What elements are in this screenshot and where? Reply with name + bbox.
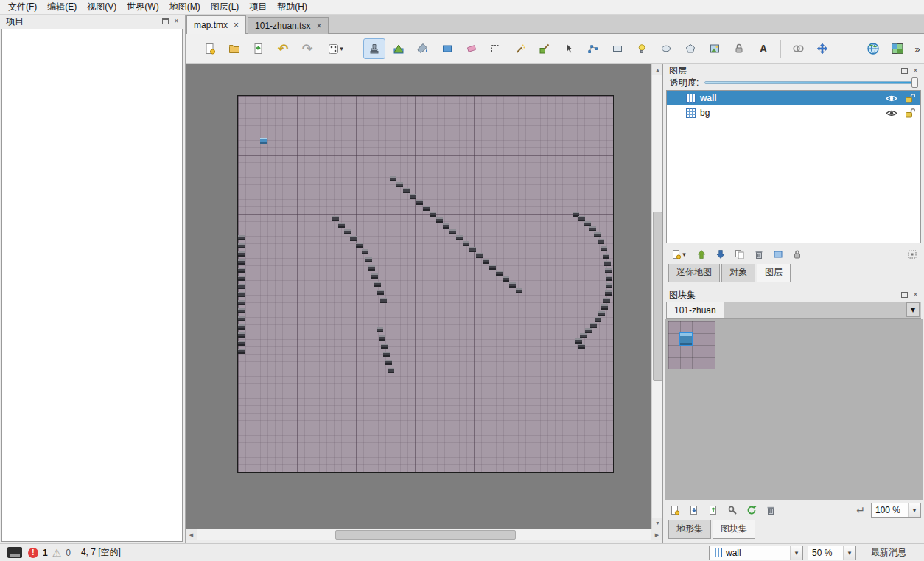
undo-button[interactable]: ↶: [272, 38, 294, 59]
new-tileset-button[interactable]: [666, 502, 684, 518]
news-button[interactable]: 最新消息: [871, 546, 906, 559]
reload-tileset-button[interactable]: [743, 502, 760, 518]
close-panel-icon[interactable]: ×: [910, 66, 921, 76]
vertical-scrollbar[interactable]: ▲ ▼: [651, 64, 662, 529]
tab-map-tmx[interactable]: map.tmx ×: [186, 15, 246, 34]
layer-row-bg[interactable]: bg: [667, 105, 920, 120]
lock-other-layers-button[interactable]: [788, 246, 806, 262]
insert-polygon-button[interactable]: [679, 38, 701, 59]
map-zoom-combobox[interactable]: 50 % ▾: [808, 546, 856, 560]
scroll-left-button[interactable]: ◀: [186, 529, 197, 540]
dock-tab-tilesets[interactable]: 图块集: [713, 520, 755, 539]
horizontal-scrollbar[interactable]: ◀ ▶: [186, 529, 662, 540]
menu-map[interactable]: 地图(M): [164, 0, 206, 14]
highlight-layer-button[interactable]: [769, 246, 787, 262]
insert-text-button[interactable]: A: [752, 38, 774, 59]
menu-world[interactable]: 世界(W): [122, 0, 164, 14]
current-tileset-combobox[interactable]: wall ▾: [709, 546, 803, 560]
eraser-button[interactable]: [461, 38, 483, 59]
stamp-brush-button[interactable]: [363, 38, 385, 59]
edit-polygons-button[interactable]: [582, 38, 604, 59]
tileset-tab-101-zhuan[interactable]: 101-zhuan: [666, 302, 724, 318]
map-canvas[interactable]: [186, 64, 651, 529]
warning-icon[interactable]: ⚠: [52, 547, 62, 559]
float-panel-icon[interactable]: [160, 16, 171, 27]
insert-tile-button[interactable]: [704, 38, 726, 59]
scroll-up-button[interactable]: ▲: [652, 64, 663, 75]
move-tool-button[interactable]: [811, 38, 833, 59]
insert-point-button[interactable]: [631, 38, 653, 59]
redo-button[interactable]: ↷: [296, 38, 318, 59]
new-layer-button[interactable]: ▾: [666, 246, 691, 262]
dock-tab-layers[interactable]: 图层: [757, 264, 791, 282]
duplicate-layer-button[interactable]: [731, 246, 749, 262]
rect-select-button[interactable]: [485, 38, 507, 59]
menu-file[interactable]: 文件(F): [3, 0, 42, 14]
world-tool-button[interactable]: [862, 38, 884, 59]
magic-wand-button[interactable]: [509, 38, 531, 59]
layer-visibility-toggle[interactable]: [885, 94, 898, 102]
save-file-button[interactable]: [248, 38, 270, 59]
tileset-selected-tile[interactable]: [680, 333, 692, 345]
console-toggle-button[interactable]: [6, 547, 24, 558]
vertical-scroll-thumb[interactable]: [653, 212, 662, 381]
menu-project[interactable]: 项目: [244, 0, 272, 14]
menu-layer[interactable]: 图层(L): [206, 0, 245, 14]
open-file-button[interactable]: [223, 38, 245, 59]
float-panel-icon[interactable]: [899, 66, 910, 76]
menu-help[interactable]: 帮助(H): [272, 0, 312, 14]
tab-101-zhuan-tsx[interactable]: 101-zhuan.tsx ×: [248, 17, 329, 34]
terrain-brush-button[interactable]: [388, 38, 410, 59]
insert-template-button[interactable]: [728, 38, 750, 59]
random-mode-button[interactable]: ▾: [321, 38, 351, 59]
map-view[interactable]: [237, 95, 614, 473]
insert-ellipse-button[interactable]: [655, 38, 677, 59]
close-panel-icon[interactable]: ×: [171, 16, 182, 27]
dynamic-wrap-button[interactable]: ↵: [852, 502, 869, 518]
chevron-down-icon[interactable]: ▾: [790, 546, 802, 560]
tileset-zoom-combobox[interactable]: 100 % ▾: [871, 503, 921, 518]
float-panel-icon[interactable]: [899, 290, 910, 300]
shape-fill-button[interactable]: [436, 38, 458, 59]
slider-handle[interactable]: [911, 77, 918, 88]
lower-layer-button[interactable]: [712, 246, 729, 262]
embed-tileset-button[interactable]: [685, 502, 703, 518]
chevron-down-icon[interactable]: ▾: [908, 503, 920, 517]
layer-lock-toggle[interactable]: [903, 108, 916, 118]
remove-tileset-button[interactable]: [762, 502, 780, 518]
panel-options-button[interactable]: [903, 246, 921, 262]
remove-layer-button[interactable]: [750, 246, 768, 262]
scroll-right-button[interactable]: ▶: [651, 529, 662, 540]
menu-view[interactable]: 视图(V): [82, 0, 122, 14]
error-icon[interactable]: !: [28, 548, 38, 558]
close-tab-icon[interactable]: ×: [316, 22, 321, 29]
layer-row-wall[interactable]: wall: [667, 91, 920, 105]
export-tileset-button[interactable]: [704, 502, 722, 518]
close-tab-icon[interactable]: ×: [234, 21, 239, 29]
minimap-toggle-button[interactable]: [886, 38, 909, 59]
select-objects-button[interactable]: [558, 38, 580, 59]
close-panel-icon[interactable]: ×: [910, 290, 921, 300]
dock-tab-terrains[interactable]: 地形集: [668, 520, 711, 539]
menu-edit[interactable]: 编辑(E): [42, 0, 82, 14]
raise-layer-button[interactable]: [693, 246, 710, 262]
tileset-image[interactable]: [668, 321, 715, 369]
chevron-down-icon[interactable]: ▾: [843, 546, 855, 560]
dock-tab-minimap[interactable]: 迷你地图: [668, 264, 720, 282]
horizontal-scroll-thumb[interactable]: [335, 530, 516, 540]
insert-rectangle-button[interactable]: [606, 38, 629, 59]
toolbar-overflow-button[interactable]: »: [911, 38, 924, 59]
tileset-tab-list-button[interactable]: ▾: [906, 302, 920, 317]
scroll-down-button[interactable]: ▼: [652, 518, 663, 529]
opacity-slider[interactable]: [704, 77, 918, 88]
layer-visibility-toggle[interactable]: [885, 109, 898, 117]
rings-tool-button[interactable]: [787, 38, 809, 59]
project-tree[interactable]: [1, 29, 183, 542]
layer-lock-toggle[interactable]: [903, 93, 916, 103]
edit-tileset-button[interactable]: [724, 502, 741, 518]
tileset-view-area[interactable]: [665, 319, 923, 500]
dock-tab-objects[interactable]: 对象: [721, 264, 755, 282]
bucket-fill-button[interactable]: [412, 38, 434, 59]
new-map-button[interactable]: [199, 38, 221, 59]
select-same-tile-button[interactable]: [533, 38, 556, 59]
